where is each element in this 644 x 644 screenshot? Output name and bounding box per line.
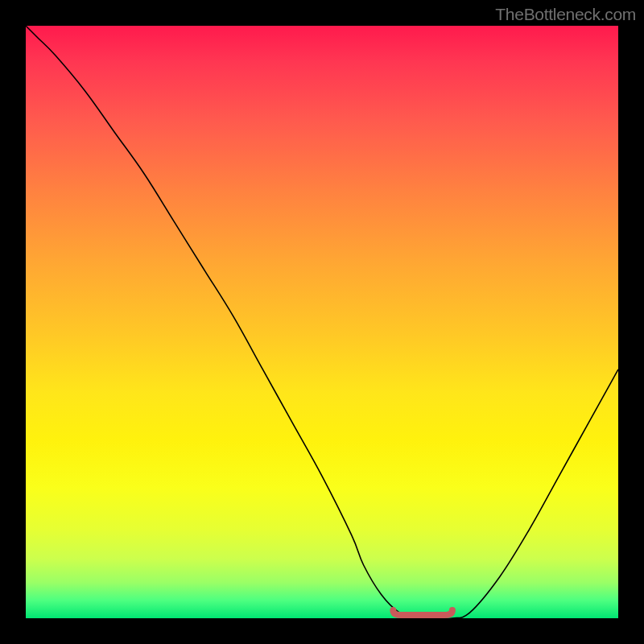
attribution-label: TheBottleneck.com	[495, 5, 636, 24]
chart-svg	[26, 26, 618, 618]
bottleneck-curve	[26, 26, 618, 619]
optimal-range-marker	[393, 610, 452, 615]
chart-plot-area	[26, 26, 618, 618]
